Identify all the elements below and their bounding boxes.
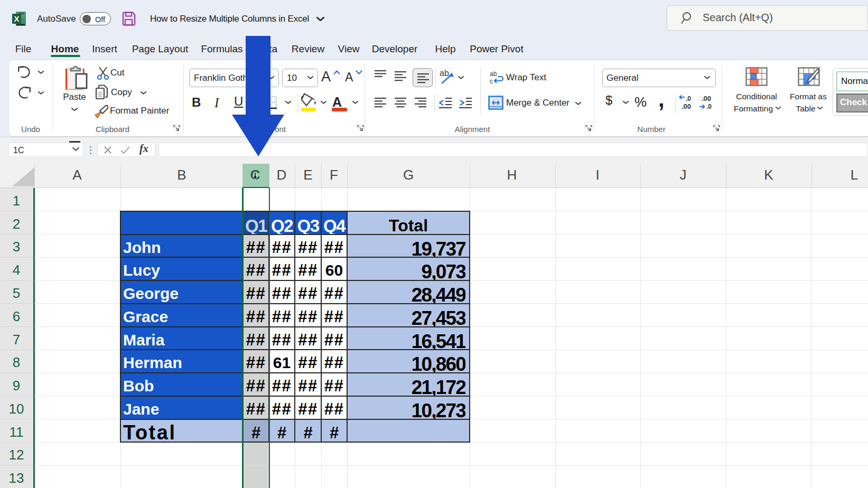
svg-text:.0: .0 [686, 95, 691, 102]
svg-text:X: X [14, 14, 19, 23]
svg-text:.00: .00 [682, 102, 691, 110]
svg-text:.0: .0 [706, 103, 712, 110]
svg-text:ab: ab [490, 70, 497, 78]
svg-text:.00: .00 [702, 95, 711, 102]
svg-text:c: c [490, 78, 493, 85]
